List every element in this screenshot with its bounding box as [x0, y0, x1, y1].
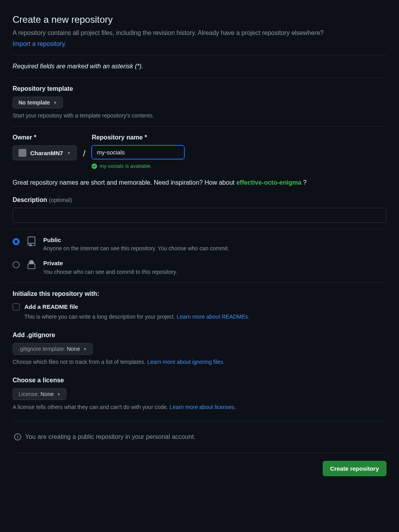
readme-desc: This is where you can write a long descr… [24, 313, 386, 321]
private-desc: You choose who can see and commit to thi… [43, 268, 177, 276]
license-select-button[interactable]: License: None ▼ [13, 388, 66, 400]
create-repository-button[interactable]: Create repository [323, 461, 386, 476]
public-desc: Anyone on the internet can see this repo… [43, 244, 229, 253]
owner-label: Owner * [13, 133, 77, 142]
info-text: You are creating a public repository in … [25, 432, 195, 442]
inspiration-prefix: Great repository names are short and mem… [13, 179, 236, 186]
info-icon [14, 433, 21, 440]
divider [13, 55, 386, 55]
divider [13, 77, 386, 78]
template-help: Start your repository with a template re… [13, 112, 386, 120]
description-label-text: Description [13, 196, 47, 203]
private-title: Private [43, 259, 177, 268]
license-value: None [40, 391, 53, 397]
license-help-text: A license tells others what they can and… [13, 404, 170, 410]
license-prefix: License: [18, 391, 40, 397]
license-label: Choose a license [13, 376, 386, 385]
radio-private[interactable] [13, 261, 20, 268]
gitignore-help-text: Choose which files not to track from a l… [13, 359, 147, 365]
description-label: Description (optional) [13, 195, 386, 205]
caret-down-icon: ▼ [67, 151, 71, 155]
divider [13, 421, 386, 421]
path-separator: / [83, 147, 85, 160]
template-value: No template [18, 99, 50, 106]
caret-down-icon: ▼ [53, 101, 57, 105]
public-title: Public [43, 236, 229, 245]
visibility-public-option[interactable]: Public Anyone on the internet can see th… [13, 236, 386, 253]
reponame-label: Repository name * [92, 133, 184, 142]
subtitle-text: A repository contains all project files,… [13, 29, 324, 36]
init-heading: Initialize this repository with: [13, 289, 386, 299]
gitignore-prefix: .gitignore template: [18, 346, 67, 352]
inspiration-suffix: ? [302, 179, 307, 186]
suggested-name[interactable]: effective-octo-enigma [236, 179, 301, 186]
required-fields-note: Required fields are marked with an aster… [13, 62, 386, 71]
availability-message: my-socials is available. [92, 162, 184, 170]
template-select-button[interactable]: No template ▼ [13, 97, 63, 108]
gitignore-value: None [67, 346, 80, 352]
gitignore-help: Choose which files not to track from a l… [13, 358, 386, 366]
availability-text: my-socials is available. [99, 162, 152, 170]
owner-name: CharanMN7 [30, 150, 63, 156]
caret-down-icon: ▼ [57, 392, 61, 396]
page-subtitle: A repository contains all project files,… [13, 28, 386, 38]
page-title: Create a new repository [13, 13, 386, 27]
check-circle-icon [92, 163, 97, 169]
inspiration-text: Great repository names are short and mem… [13, 178, 386, 187]
visibility-private-option[interactable]: Private You choose who can see and commi… [13, 259, 386, 276]
gitignore-learn-more-link[interactable]: Learn more about ignoring files. [147, 359, 224, 365]
license-help: A license tells others what they can and… [13, 403, 386, 411]
avatar [18, 149, 26, 157]
readme-label: Add a README file [24, 303, 78, 312]
divider [13, 229, 386, 229]
divider [13, 283, 386, 283]
radio-public[interactable] [13, 238, 20, 245]
lock-icon [26, 260, 37, 270]
readme-learn-more-link[interactable]: Learn more about READMEs. [177, 314, 250, 320]
description-input[interactable] [13, 208, 386, 223]
divider [13, 126, 386, 127]
repo-icon [26, 237, 37, 247]
readme-option[interactable]: Add a README file [13, 303, 386, 312]
divider [13, 453, 386, 453]
info-message: You are creating a public repository in … [13, 427, 386, 446]
readme-desc-text: This is where you can write a long descr… [24, 314, 177, 320]
reponame-input[interactable] [92, 145, 184, 159]
license-learn-more-link[interactable]: Learn more about licenses. [170, 404, 236, 410]
optional-text: (optional) [49, 197, 72, 203]
readme-checkbox[interactable] [13, 303, 20, 310]
caret-down-icon: ▼ [83, 347, 87, 351]
gitignore-select-button[interactable]: .gitignore template: None ▼ [13, 343, 93, 355]
gitignore-label: Add .gitignore [13, 330, 386, 340]
owner-select-button[interactable]: CharanMN7 ▼ [13, 145, 77, 160]
template-label: Repository template [13, 84, 386, 94]
import-repo-link[interactable]: Import a repository. [13, 40, 66, 47]
